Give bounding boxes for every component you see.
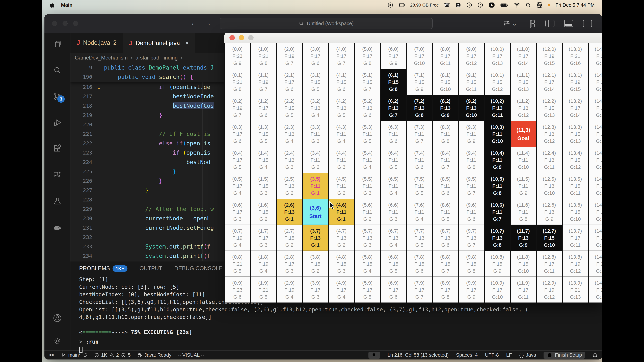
spotlight-icon[interactable] (525, 1, 531, 9)
grid-cell-11-1[interactable]: (11,1)F:15G:13 (510, 69, 536, 95)
search-icon[interactable] (53, 65, 62, 75)
grid-cell-3-9[interactable]: (3,9)F:17G:3 (302, 277, 328, 303)
grid-cell-7-0[interactable]: (7,0)F:17G:10 (406, 43, 432, 69)
grid-cell-10-2[interactable]: (10,2)F:13G:11 (484, 95, 510, 121)
tab-output[interactable]: OUTPUT (140, 265, 162, 272)
grid-cell-12-4[interactable]: (12,4)F:13G:11 (536, 147, 562, 173)
grid-cell-11-3[interactable]: (11,3)Goal (510, 121, 536, 147)
grid-cell-1-1[interactable]: (1,1)F:19G:7 (250, 69, 276, 95)
active-app-name[interactable]: Main (61, 2, 72, 8)
grid-cell-12-8[interactable]: (12,8)F:17G:11 (536, 251, 562, 277)
grid-cell-0-7[interactable]: (0,7)F:19G:4 (224, 225, 250, 251)
grid-cell-3-8[interactable]: (3,8)F:15G:2 (302, 251, 328, 277)
alert-circle-icon[interactable] (477, 1, 483, 9)
grid-cell-8-5[interactable]: (8,5)F:11G:6 (432, 173, 458, 199)
grid-cell-10-5[interactable]: (10,5)F:11G:8 (484, 173, 510, 199)
grid-cell-2-4[interactable]: (2,4)F:13G:3 (276, 147, 302, 173)
grid-cell-13-3[interactable]: (13,3)F:15G:13 (562, 121, 588, 147)
grid-cell-12-3[interactable]: (12,3)F:13G:12 (536, 121, 562, 147)
grid-cell-9-4[interactable]: (9,4)F:11G:8 (458, 147, 484, 173)
demo-panel-title-bar[interactable] (224, 33, 602, 43)
grid-cell-5-3[interactable]: (5,3)F:11G:5 (354, 121, 380, 147)
chat-icon[interactable] (53, 170, 62, 179)
grid-cell-13-4[interactable]: (13,4)F:15G:12 (562, 147, 588, 173)
terminal-prompt[interactable]: > :run (79, 339, 600, 346)
grid-cell-9-0[interactable]: (9,0)F:17G:12 (458, 43, 484, 69)
grid-cell-13-6[interactable]: (13,6)F:15G:10 (562, 199, 588, 225)
grid-cell-5-5[interactable]: (5,5)F:11G:3 (354, 173, 380, 199)
grid-cell-4-7[interactable]: (4,7)F:13G:2 (328, 225, 354, 251)
source-control-icon[interactable]: 3 (53, 92, 62, 101)
grid-cell-14-8[interactable]: (14,8)F:21G:13 (588, 251, 602, 277)
screen-record-icon[interactable] (388, 1, 394, 9)
grid-cell-6-7[interactable]: (6,7)F:13G:4 (380, 225, 406, 251)
grid-cell-0-9[interactable]: (0,9)F:23G:6 (224, 277, 250, 303)
grid-cell-9-6[interactable]: (9,6)F:11G:6 (458, 199, 484, 225)
grid-cell-9-3[interactable]: (9,3)F:11G:9 (458, 121, 484, 147)
grid-cell-3-6[interactable]: (3,6)Start (302, 199, 328, 225)
breadcrumb-folder[interactable]: a-star-path-finding (136, 55, 178, 61)
grid-cell-14-3[interactable]: (14,3)F:17G:14 (588, 121, 602, 147)
grid-cell-1-0[interactable]: (1,0)F:21G:8 (250, 43, 276, 69)
grid-cell-5-9[interactable]: (5,9)F:17G:5 (354, 277, 380, 303)
toggle-primary-sidebar-button[interactable] (546, 19, 554, 27)
grid-cell-10-1[interactable]: (10,1)F:15G:12 (484, 69, 510, 95)
account-icon[interactable] (53, 313, 62, 323)
grid-cell-8-1[interactable]: (8,1)F:15G:10 (432, 69, 458, 95)
play-circle-icon[interactable] (466, 1, 472, 9)
grid-cell-13-7[interactable]: (13,7)F:17G:11 (562, 225, 588, 251)
grid-cell-4-4[interactable]: (4,4)F:11G:3 (328, 147, 354, 173)
grid-cell-5-2[interactable]: (5,2)F:13G:6 (354, 95, 380, 121)
apple-icon[interactable] (49, 1, 55, 9)
grid-cell-2-2[interactable]: (2,2)F:15G:5 (276, 95, 302, 121)
grid-cell-11-8[interactable]: (11,8)F:15G:10 (510, 251, 536, 277)
menu-bar-clock[interactable]: Fri Dec 5 7:44 PM (556, 2, 595, 8)
grid-cell-7-4[interactable]: (7,4)F:11G:6 (406, 147, 432, 173)
grid-cell-0-3[interactable]: (0,3)F:17G:6 (224, 121, 250, 147)
grid-cell-8-0[interactable]: (8,0)F:17G:11 (432, 43, 458, 69)
grid-cell-13-1[interactable]: (13,1)F:19G:15 (562, 69, 588, 95)
minimize-window-button[interactable] (62, 21, 68, 26)
grid-cell-1-5[interactable]: (1,5)F:15G:3 (250, 173, 276, 199)
grid-cell-6-6[interactable]: (6,6)F:11G:3 (380, 199, 406, 225)
grid-cell-2-1[interactable]: (2,1)F:17G:6 (276, 69, 302, 95)
battery-icon[interactable] (500, 1, 508, 9)
grid-cell-9-7[interactable]: (9,7)F:13G:7 (458, 225, 484, 251)
grid-cell-7-6[interactable]: (7,6)F:11G:4 (406, 199, 432, 225)
grid-cell-4-1[interactable]: (4,1)F:15G:6 (328, 69, 354, 95)
grid-cell-13-9[interactable]: (13,9)F:21G:13 (562, 277, 588, 303)
grid-cell-11-7[interactable]: (11,7)F:13G:9 (510, 225, 536, 251)
gradle-icon[interactable] (53, 222, 62, 232)
grid-cell-8-9[interactable]: (8,9)F:17G:8 (432, 277, 458, 303)
minimize-window-button[interactable] (239, 35, 244, 40)
explorer-icon[interactable] (53, 39, 62, 49)
grid-cell-10-0[interactable]: (10,0)F:17G:13 (484, 43, 510, 69)
grid-cell-5-8[interactable]: (5,8)F:15G:4 (354, 251, 380, 277)
grid-cell-2-3[interactable]: (2,3)F:13G:4 (276, 121, 302, 147)
assistant-a-icon[interactable]: A (488, 1, 495, 9)
grid-cell-13-8[interactable]: (13,8)F:19G:12 (562, 251, 588, 277)
grid-cell-12-9[interactable]: (12,9)F:19G:12 (536, 277, 562, 303)
grid-cell-4-9[interactable]: (4,9)F:17G:4 (328, 277, 354, 303)
zoom-window-button[interactable] (73, 21, 78, 26)
grid-cell-7-9[interactable]: (7,9)F:17G:7 (406, 277, 432, 303)
grid-cell-6-9[interactable]: (6,9)F:17G:6 (380, 277, 406, 303)
grid-cell-13-2[interactable]: (13,2)F:17G:14 (562, 95, 588, 121)
grid-cell-13-5[interactable]: (13,5)F:15G:11 (562, 173, 588, 199)
grid-cell-12-7[interactable]: (12,7)F:15G:10 (536, 225, 562, 251)
grid-cell-3-3[interactable]: (3,3)F:11G:3 (302, 121, 328, 147)
grid-cell-6-2[interactable]: (6,2)F:13G:7 (380, 95, 406, 121)
copilot-chat-button[interactable]: ⌄ (502, 19, 517, 27)
grid-cell-9-1[interactable]: (9,1)F:15G:11 (458, 69, 484, 95)
grid-cell-4-8[interactable]: (4,8)F:15G:3 (328, 251, 354, 277)
toggle-panel-button[interactable] (564, 19, 573, 27)
astar-grid[interactable]: (0,0)F:23G:9(1,0)F:21G:8(2,0)F:19G:7(3,0… (224, 43, 602, 303)
grid-cell-10-3[interactable]: (10,3)F:11G:10 (484, 121, 510, 147)
grid-cell-1-9[interactable]: (1,9)F:21G:5 (250, 277, 276, 303)
customize-layout-button[interactable] (526, 19, 536, 27)
cow-icon[interactable] (444, 1, 450, 9)
grid-cell-0-8[interactable]: (0,8)F:21G:5 (224, 251, 250, 277)
grid-cell-14-4[interactable]: (14,4)F:17G:13 (588, 147, 602, 173)
grid-cell-14-7[interactable]: (14,7)F:19G:12 (588, 225, 602, 251)
close-window-button[interactable] (230, 35, 235, 40)
